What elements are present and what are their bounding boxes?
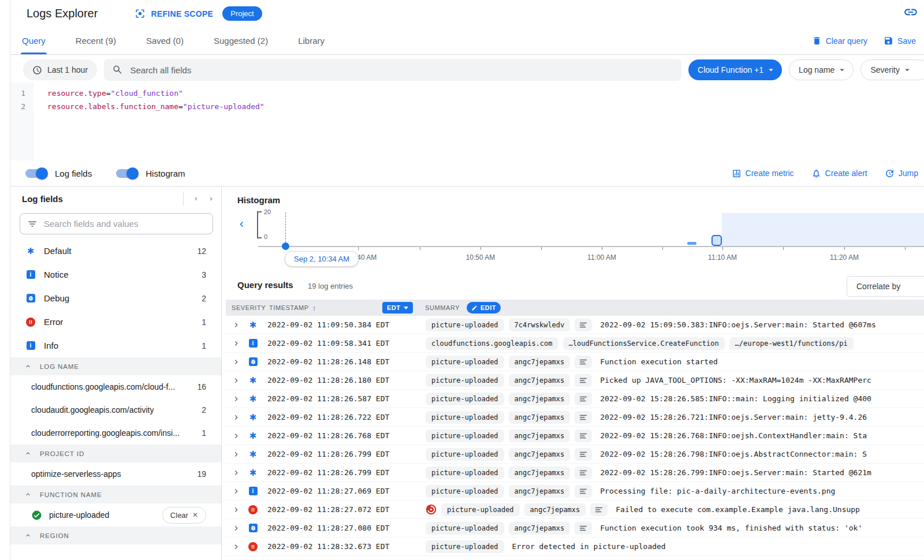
tab-suggested[interactable]: Suggested (2) xyxy=(213,27,269,54)
label-chip[interactable]: picture-uploaded xyxy=(426,430,504,442)
expand-chevron-icon[interactable] xyxy=(232,487,241,496)
section-header-log-name[interactable]: LOG NAME xyxy=(10,357,221,375)
scope-badge[interactable]: Project xyxy=(222,6,262,21)
severity-filter-info[interactable]: iInfo1 xyxy=(10,334,221,357)
label-chip[interactable]: picture-uploaded xyxy=(426,356,504,368)
log-text-icon[interactable] xyxy=(575,448,592,461)
label-chip[interactable]: angc7jepamxs xyxy=(509,374,571,387)
expand-chevron-icon[interactable] xyxy=(232,450,241,459)
time-range-button[interactable]: Last 1 hour xyxy=(23,59,97,80)
log-entry-row[interactable]: ✱2022-09-02 11:28:26.799 EDTpicture-uplo… xyxy=(226,445,924,464)
correlate-button[interactable]: Correlate by xyxy=(847,276,924,297)
fields-search-input[interactable] xyxy=(44,219,206,229)
link-icon[interactable] xyxy=(903,5,918,20)
expand-chevron-icon[interactable] xyxy=(232,394,241,404)
query-editor[interactable]: 1 resource.type="cloud_function" 2 resou… xyxy=(10,83,924,160)
log-entry-row[interactable]: ✱2022-09-02 11:28:26.768 EDTpicture-uplo… xyxy=(226,427,924,445)
jump-button[interactable]: Jump xyxy=(885,169,918,178)
search-input[interactable] xyxy=(130,65,673,75)
refine-scope-button[interactable]: REFINE SCOPE xyxy=(135,8,213,19)
histogram-toggle[interactable] xyxy=(116,169,137,178)
log-text-icon[interactable] xyxy=(575,522,592,535)
expand-chevron-icon[interactable] xyxy=(232,320,241,330)
label-chip[interactable]: cloudfunctions.googleapis.com xyxy=(426,337,558,350)
log-entry-row[interactable]: 2022-09-02 11:28:27.080 EDTpicture-uploa… xyxy=(226,519,924,537)
label-chip[interactable]: …/europe-west1/functions/pi xyxy=(729,337,854,350)
label-chip[interactable]: angc7jepamxs xyxy=(509,466,571,479)
label-chip[interactable]: picture-uploaded xyxy=(426,319,504,331)
log-text-icon[interactable] xyxy=(575,356,592,368)
save-button[interactable]: Save xyxy=(884,36,916,46)
log-text-icon[interactable] xyxy=(590,503,608,516)
fields-search-box[interactable] xyxy=(20,213,213,234)
search-all-fields-box[interactable] xyxy=(104,59,681,81)
label-chip[interactable]: 7c4rwskwledv xyxy=(509,319,571,331)
log-entry-row[interactable]: ✱2022-09-02 11:28:26.799 EDTpicture-uplo… xyxy=(226,464,924,482)
log-entry-row[interactable]: !!2022-09-02 11:28:32.673 EDTpicture-upl… xyxy=(226,537,924,556)
expand-chevron-icon[interactable] xyxy=(232,431,241,440)
section-header-project-id[interactable]: PROJECT ID xyxy=(10,445,221,462)
log-field-item[interactable]: clouderrorreporting.googleapis.com/insi.… xyxy=(10,421,221,445)
edit-summary-button[interactable]: EDIT xyxy=(467,302,501,313)
column-timestamp[interactable]: TIMESTAMP ↑ xyxy=(269,300,316,316)
label-chip[interactable]: picture-uploaded xyxy=(426,522,504,535)
expand-chevron-icon[interactable] xyxy=(232,376,241,385)
tab-library[interactable]: Library xyxy=(297,27,326,54)
log-fields-toggle[interactable] xyxy=(25,169,47,178)
label-chip[interactable]: angc7jepamxs xyxy=(509,485,571,498)
clear-query-button[interactable]: Clear query xyxy=(812,36,867,46)
log-text-icon[interactable] xyxy=(575,319,592,331)
expand-chevron-icon[interactable] xyxy=(232,524,241,533)
log-text-icon[interactable] xyxy=(575,393,592,405)
severity-filter-notice[interactable]: iNotice3 xyxy=(10,263,221,286)
log-field-item[interactable]: optimize-serverless-apps19 xyxy=(10,462,221,486)
create-alert-button[interactable]: Create alert xyxy=(811,169,867,178)
label-chip[interactable]: picture-uploaded xyxy=(426,374,504,387)
clear-filter-button[interactable]: Clear ✕ xyxy=(162,507,206,524)
log-entry-row[interactable]: ✱2022-09-02 11:09:50.384 EDTpicture-uplo… xyxy=(226,316,924,334)
create-metric-button[interactable]: Create metric xyxy=(732,169,794,178)
label-chip[interactable]: picture-uploaded xyxy=(426,393,504,405)
expand-panel-icon[interactable] xyxy=(208,196,214,202)
label-chip[interactable]: angc7jepamxs xyxy=(509,448,571,461)
log-entry-row[interactable]: i2022-09-02 11:09:58.341 EDTcloudfunctio… xyxy=(226,334,924,353)
time-cursor-dot[interactable] xyxy=(282,242,289,250)
label-chip[interactable]: angc7jepamxs xyxy=(509,356,571,368)
log-entry-row[interactable]: ✱2022-09-02 11:28:26.587 EDTpicture-uplo… xyxy=(226,390,924,408)
label-chip[interactable]: picture-uploaded xyxy=(426,466,504,479)
collapse-panel-icon[interactable] xyxy=(193,196,199,202)
log-text-icon[interactable] xyxy=(575,485,592,498)
expand-chevron-icon[interactable] xyxy=(232,413,241,422)
log-text-icon[interactable] xyxy=(575,374,592,387)
expand-chevron-icon[interactable] xyxy=(232,468,241,477)
timezone-selector[interactable]: EDT xyxy=(382,302,413,313)
severity-filter-debug[interactable]: Debug2 xyxy=(10,286,221,310)
log-entry-row[interactable]: 2022-09-02 11:28:26.148 EDTpicture-uploa… xyxy=(226,353,924,371)
selection-handle[interactable] xyxy=(711,235,722,246)
log-entry-row[interactable]: ✱2022-09-02 11:28:26.180 EDTpicture-uplo… xyxy=(226,371,924,390)
tab-saved[interactable]: Saved (0) xyxy=(145,27,185,54)
label-chip[interactable]: angc7jepamxs xyxy=(509,430,571,442)
label-chip[interactable]: angc7jepamxs xyxy=(524,503,586,516)
log-field-item[interactable]: picture-uploadedClear ✕ xyxy=(10,503,221,527)
section-header-function-name[interactable]: FUNCTION NAME xyxy=(10,486,221,503)
log-entry-row[interactable]: ✱2022-09-02 11:28:26.722 EDTpicture-uplo… xyxy=(226,408,924,427)
histog​ram-selection-region[interactable] xyxy=(722,213,924,246)
label-chip[interactable]: picture-uploaded xyxy=(426,448,504,461)
section-header-region[interactable]: REGION xyxy=(10,527,221,544)
label-chip[interactable]: angc7jepamxs xyxy=(509,393,571,405)
log-field-item[interactable]: cloudaudit.googleapis.com/activity2 xyxy=(10,398,221,421)
log-field-item[interactable]: cloudfunctions.googleapis.com/cloud-f...… xyxy=(10,375,221,398)
label-chip[interactable]: angc7jepamxs xyxy=(509,411,571,424)
label-chip[interactable]: picture-uploaded xyxy=(426,540,504,553)
resource-filter-chip[interactable]: Cloud Function +1 xyxy=(688,59,782,80)
severity-filter-default[interactable]: ✱Default12 xyxy=(10,239,221,263)
log-entry-row[interactable]: i2022-09-02 11:28:27.069 EDTpicture-uplo… xyxy=(226,482,924,501)
severity-filter[interactable]: Severity xyxy=(860,59,924,80)
label-chip[interactable]: picture-uploaded xyxy=(426,485,504,498)
tab-query[interactable]: Query xyxy=(21,27,47,54)
expand-chevron-icon[interactable] xyxy=(232,542,241,551)
severity-filter-error[interactable]: !!Error1 xyxy=(10,310,221,334)
log-text-icon[interactable] xyxy=(575,430,592,442)
label-chip[interactable]: …loudFunctionsService.CreateFunction xyxy=(563,337,725,350)
